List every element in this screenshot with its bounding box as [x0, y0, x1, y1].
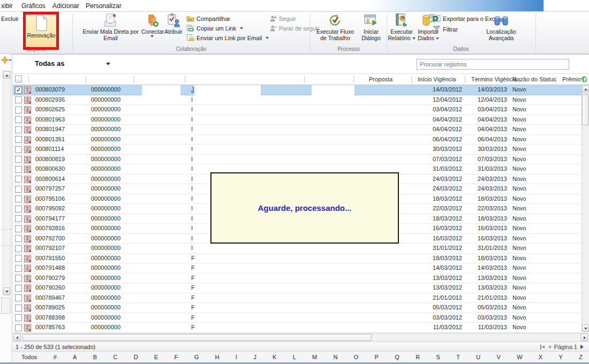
alphabet-filter-item[interactable]: P [375, 354, 379, 362]
copiar-link-button[interactable]: Copiar um Link [186, 25, 243, 32]
alphabet-filter-item[interactable]: A [73, 354, 77, 362]
conectar-button[interactable]: Conectar [141, 13, 163, 48]
row-checkbox[interactable] [15, 265, 22, 272]
alphabet-filter-item[interactable]: B [93, 354, 97, 362]
seguir-button[interactable]: Seguir [269, 15, 296, 22]
fluxo-trabalho-button[interactable]: Executar Fluxo de Trabalho [314, 13, 357, 48]
alphabet-filter-item[interactable]: F [175, 354, 178, 362]
table-row[interactable]: 000801947 000000000 I 04/04/2012 04/04/2… [13, 125, 582, 135]
policy-number-cell[interactable]: 000792700 [35, 235, 65, 241]
grid-vertical-scrollbar[interactable] [582, 85, 589, 332]
scroll-right-button[interactable] [580, 333, 588, 341]
policy-number-cell[interactable]: 000790260 [35, 284, 65, 291]
table-row[interactable]: 000790279 000000000 F 13/03/2012 13/03/2… [13, 274, 582, 284]
scroll-down-button[interactable] [582, 324, 589, 332]
row-checkbox[interactable] [15, 285, 22, 292]
alphabet-filter-item[interactable]: S [436, 354, 440, 362]
policy-number-cell[interactable]: 000789025 [35, 304, 65, 310]
left-pane-scrollbar[interactable] [3, 71, 11, 295]
alphabet-filter-item[interactable]: M [312, 354, 317, 362]
alphabet-filter-item[interactable]: X [539, 354, 542, 362]
policy-number-cell[interactable]: 000797257 [35, 185, 65, 192]
table-row[interactable]: 000801351 000000000 I 06/04/2012 06/04/2… [13, 135, 582, 145]
alphabet-filter-item[interactable]: T [456, 354, 460, 362]
alphabet-filter-item[interactable]: I [236, 354, 237, 362]
previous-page-icon[interactable] [548, 345, 551, 348]
alphabet-filter-item[interactable]: U [476, 354, 480, 362]
alphabet-filter-item[interactable]: O [354, 354, 359, 362]
scroll-down-button[interactable] [3, 287, 10, 295]
next-page-icon[interactable] [580, 345, 584, 349]
row-checkbox[interactable] [15, 195, 22, 202]
row-checkbox[interactable] [15, 215, 22, 222]
policy-number-cell[interactable]: 000791488 [35, 264, 65, 271]
policy-number-cell[interactable]: 000791550 [35, 255, 65, 261]
policy-number-cell[interactable]: 000792107 [35, 245, 65, 251]
policy-number-cell[interactable]: 000789467 [35, 294, 65, 301]
menu-tab-adicionar[interactable]: Adicionar [52, 2, 79, 10]
menu-tab-personalizar[interactable]: Personalizar [86, 2, 122, 10]
table-row[interactable]: 000791488 000000000 F 14/03/2012 14/03/2… [13, 263, 582, 274]
alphabet-filter-item[interactable]: Y [558, 354, 562, 362]
star-icon[interactable] [1, 56, 9, 64]
alphabet-filter-item[interactable]: C [113, 354, 117, 362]
row-checkbox[interactable] [15, 235, 22, 242]
row-checkbox[interactable] [15, 305, 22, 312]
scrollbar-thumb[interactable] [22, 334, 372, 341]
alphabet-filter-item[interactable]: N [334, 354, 338, 362]
scroll-up-button[interactable] [582, 85, 589, 93]
alphabet-filter-item[interactable]: R [416, 354, 420, 362]
alphabet-filter-item[interactable]: V [496, 354, 500, 362]
table-row[interactable]: 000792107 000000000 I 31/01/2012 31/01/2… [13, 244, 582, 254]
row-checkbox[interactable] [15, 96, 22, 103]
excluir-button[interactable]: Excluir [1, 16, 26, 22]
scroll-up-button[interactable] [3, 71, 10, 79]
alphabet-filter-item[interactable]: H [215, 354, 220, 362]
column-header-termino-vigencia[interactable]: Término Vigência [471, 76, 517, 82]
table-row[interactable]: 000802935 000000000 I 12/04/2012 12/04/2… [13, 95, 582, 105]
table-row[interactable]: 000800819 000000000 I 07/03/2012 07/03/2… [13, 155, 582, 165]
column-header-inicio-vigencia[interactable]: Início Vigência [418, 76, 456, 82]
menu-tab-graficos[interactable]: Gráficos [21, 2, 46, 10]
policy-number-cell[interactable]: 000801351 [35, 136, 65, 142]
alphabet-filter-item[interactable]: # [54, 354, 57, 362]
alphabet-filter-item[interactable]: J [253, 354, 256, 362]
row-checkbox[interactable] [15, 156, 22, 163]
row-checkbox[interactable] [15, 186, 22, 193]
row-checkbox[interactable] [15, 146, 22, 153]
alphabet-filter-item[interactable]: K [273, 354, 276, 362]
alphabet-filter-item[interactable]: Q [395, 354, 399, 362]
view-selector[interactable]: Todas as [35, 59, 64, 67]
policy-number-cell[interactable]: 000800614 [35, 176, 65, 182]
alphabet-filter-item[interactable]: E [154, 354, 158, 362]
collapsed-pane-button[interactable] [1, 298, 11, 314]
row-checkbox[interactable] [15, 206, 22, 213]
first-page-icon[interactable] [540, 345, 545, 350]
row-checkbox[interactable] [15, 136, 22, 143]
policy-number-cell[interactable]: 000801947 [35, 126, 65, 132]
policy-number-cell[interactable]: 000801963 [35, 116, 65, 123]
table-row[interactable]: 000789467 000000000 F 21/01/2012 21/01/2… [13, 293, 582, 304]
table-row[interactable]: 000802625 000000000 I 03/04/2012 03/04/2… [13, 105, 582, 115]
row-checkbox[interactable] [15, 176, 22, 183]
policy-number-cell[interactable]: 000802625 [35, 106, 65, 112]
filtrar-button[interactable]: Filtrar [433, 26, 458, 33]
executar-relatorio-button[interactable]: Executar Relatório [388, 13, 416, 48]
policy-number-cell[interactable]: 000795092 [35, 205, 65, 211]
policy-number-cell[interactable]: 000800819 [35, 156, 65, 162]
row-checkbox[interactable] [15, 255, 22, 262]
compartilhar-button[interactable]: Compartilhar [186, 15, 230, 22]
alphabet-filter-item[interactable]: Z [579, 354, 583, 362]
table-row[interactable]: 000801114 000000000 I 30/03/2012 30/03/2… [13, 145, 582, 155]
row-checkbox[interactable] [15, 324, 22, 331]
row-checkbox[interactable] [15, 116, 22, 123]
row-checkbox[interactable] [15, 166, 22, 173]
policy-number-cell[interactable]: 000795106 [35, 195, 65, 202]
row-checkbox[interactable] [15, 245, 22, 252]
menu-tab-exibir[interactable]: xibir [1, 2, 13, 10]
parar-seguir-button[interactable]: Parar de seguir [269, 25, 319, 32]
table-row[interactable]: 000785763 000000000 F 11/03/2012 11/03/2… [13, 323, 582, 333]
alphabet-filter-item[interactable]: W [517, 354, 522, 362]
atribuir-button[interactable]: Atribuir [163, 13, 184, 48]
policy-number-cell[interactable]: 000785763 [35, 324, 65, 330]
